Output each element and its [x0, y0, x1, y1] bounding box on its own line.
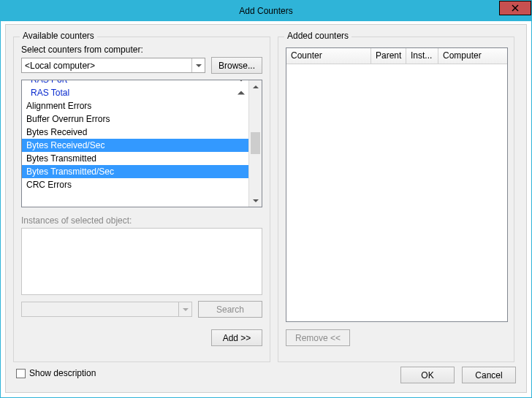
browse-button[interactable]: Browse...: [211, 57, 262, 74]
added-table-header: Counter Parent Inst... Computer: [286, 48, 507, 64]
client-area: Available counters Select counters from …: [5, 24, 527, 393]
chevron-up-icon: [253, 85, 259, 88]
col-parent[interactable]: Parent: [371, 48, 406, 64]
counter-item[interactable]: Bytes Transmitted/Sec: [22, 165, 249, 178]
counter-item[interactable]: Bytes Transmitted: [22, 152, 249, 165]
counter-item[interactable]: CRC Errors: [22, 178, 249, 191]
add-counters-window: Add Counters Available counters Select c…: [0, 0, 532, 398]
counter-tree-items: RAS Port RAS Total Alignment Errors Buff…: [22, 80, 249, 207]
chevron-down-icon: [178, 302, 191, 316]
checkbox-icon: [16, 369, 26, 378]
scroll-down-button[interactable]: [249, 194, 262, 207]
col-inst[interactable]: Inst...: [406, 48, 438, 64]
group-added-legend: Added counters: [284, 31, 352, 41]
search-button: Search: [198, 301, 262, 318]
chevron-down-icon: [253, 199, 259, 202]
added-table[interactable]: Counter Parent Inst... Computer: [286, 47, 508, 322]
select-computer-label: Select counters from computer:: [21, 45, 143, 55]
window-title: Add Counters: [239, 6, 292, 16]
chevron-down-icon: [191, 58, 205, 72]
counter-item[interactable]: Alignment Errors: [22, 99, 249, 112]
group-available-legend: Available counters: [20, 31, 97, 41]
instances-label: Instances of selected object:: [21, 215, 132, 226]
counter-item[interactable]: Bytes Received/Sec: [22, 139, 249, 152]
counter-category-ras-total[interactable]: RAS Total: [22, 86, 249, 99]
scroll-thumb[interactable]: [251, 132, 260, 154]
add-button[interactable]: Add >>: [211, 329, 262, 346]
computer-combo-value: <Local computer>: [25, 61, 191, 71]
computer-combo[interactable]: <Local computer>: [21, 58, 205, 73]
counter-item[interactable]: Buffer Overrun Errors: [22, 112, 249, 126]
ok-button[interactable]: OK: [400, 367, 455, 383]
col-computer[interactable]: Computer: [438, 48, 507, 64]
counter-item[interactable]: Bytes Received: [22, 126, 249, 139]
close-button[interactable]: [499, 1, 531, 15]
titlebar: Add Counters: [1, 1, 531, 21]
group-available-counters: Available counters Select counters from …: [13, 37, 270, 362]
counter-tree-scrollbar[interactable]: [248, 80, 262, 207]
instance-filter-combo: [21, 302, 192, 317]
close-icon: [512, 4, 519, 12]
cancel-button[interactable]: Cancel: [462, 367, 516, 383]
counter-tree[interactable]: RAS Port RAS Total Alignment Errors Buff…: [21, 80, 262, 207]
group-added-counters: Added counters Counter Parent Inst... Co…: [278, 37, 514, 362]
scroll-up-button[interactable]: [249, 80, 262, 93]
instances-listbox[interactable]: [21, 228, 262, 295]
remove-button: Remove <<: [286, 329, 350, 346]
counter-category-ras-port[interactable]: RAS Port: [22, 80, 249, 86]
scroll-track[interactable]: [249, 93, 262, 194]
show-description-checkbox[interactable]: Show description: [16, 368, 96, 378]
col-counter[interactable]: Counter: [286, 48, 371, 64]
